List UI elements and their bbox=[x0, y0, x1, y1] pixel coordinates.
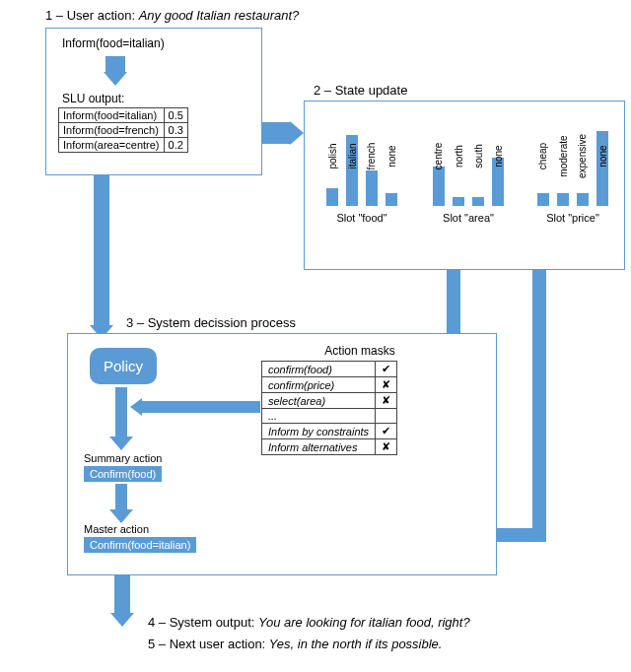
chart-title: Slot "food" bbox=[313, 212, 411, 224]
chart-food: polish italian french none Slot "food" bbox=[313, 117, 411, 224]
arrow-inform-to-slu-head bbox=[104, 72, 127, 86]
master-label: Master action bbox=[84, 523, 149, 535]
step4-label: 4 – System output: You are looking for i… bbox=[148, 615, 470, 630]
bar bbox=[433, 167, 445, 207]
panel-step1: Inform(food=italian) SLU output: Inform(… bbox=[45, 28, 262, 175]
arrow-step1-to-step2 bbox=[262, 122, 290, 144]
arrow-policy-to-summary-head bbox=[109, 437, 133, 450]
chart-area: centre north south none Slot "area" bbox=[421, 117, 516, 224]
panel-step2: polish italian french none Slot "food" c… bbox=[304, 101, 625, 270]
arrow-inform-to-slu bbox=[105, 56, 125, 72]
chart-title: Slot "price" bbox=[524, 212, 622, 224]
slu-title: SLU output: bbox=[62, 92, 124, 105]
step4-utterance: You are looking for italian food, right? bbox=[258, 615, 470, 630]
summary-value: Confirm(food) bbox=[84, 466, 162, 482]
bar bbox=[326, 188, 338, 206]
chart-price: cheap moderate expensive none Slot "pric… bbox=[524, 117, 622, 224]
bar bbox=[492, 158, 504, 207]
step5-num: 5 – Next user action: bbox=[148, 637, 265, 651]
step2-label: 2 – State update bbox=[314, 83, 407, 98]
bar bbox=[537, 193, 549, 207]
bars: centre north south none bbox=[421, 117, 516, 206]
masks-table: confirm(food)✔ confirm(price)✘ select(ar… bbox=[261, 361, 397, 455]
arrow-step3-to-output-head bbox=[110, 613, 134, 627]
bar bbox=[577, 193, 589, 207]
step1-label: 1 – User action: Any good Italian restau… bbox=[45, 8, 299, 23]
bar bbox=[472, 197, 484, 206]
step5-utterance: Yes, in the north if its possible. bbox=[269, 637, 443, 651]
table-row: select(area)✘ bbox=[262, 393, 397, 409]
table-row: Inform(area=centre)0.2 bbox=[59, 138, 188, 153]
table-row: Inform alternatives✘ bbox=[262, 439, 397, 455]
arrow-step3-to-output bbox=[114, 575, 130, 613]
masks-title: Action masks bbox=[261, 344, 458, 358]
bar bbox=[557, 193, 569, 207]
summary-label: Summary action bbox=[84, 452, 162, 464]
step1-num: 1 – User action: bbox=[45, 8, 135, 23]
bar bbox=[453, 197, 464, 206]
table-row: confirm(food)✔ bbox=[262, 362, 397, 377]
arrow-policy-to-summary bbox=[115, 387, 127, 437]
slu-table: Inform(food=italian)0.5 Inform(food=fren… bbox=[58, 107, 188, 153]
masks-block: Action masks confirm(food)✔ confirm(pric… bbox=[261, 344, 458, 455]
bar bbox=[346, 135, 358, 206]
table-row: Inform(food=french)0.3 bbox=[59, 123, 188, 138]
bar bbox=[386, 193, 397, 207]
table-row: confirm(price)✘ bbox=[262, 377, 397, 393]
table-row: Inform(food=italian)0.5 bbox=[59, 108, 188, 123]
bar bbox=[366, 170, 378, 206]
arrow-summary-to-master-head bbox=[109, 509, 133, 523]
panel-step3: Policy Action masks confirm(food)✔ confi… bbox=[67, 333, 497, 575]
table-row: Inform by constraints✔ bbox=[262, 424, 397, 439]
step3-label: 3 – System decission process bbox=[126, 315, 296, 330]
arrow-step1-to-step2-head bbox=[290, 121, 304, 145]
inform-label: Inform(food=italian) bbox=[62, 36, 165, 50]
arrow-summary-to-master bbox=[115, 484, 127, 509]
arrow-masks-to-policy bbox=[142, 401, 260, 413]
table-row: ... bbox=[262, 409, 397, 424]
arrow-step1-to-step3-v bbox=[94, 175, 109, 325]
bar bbox=[596, 131, 608, 207]
step4-num: 4 – System output: bbox=[148, 615, 254, 630]
arrow-step2-to-master-v bbox=[532, 270, 546, 542]
step1-utterance: Any good Italian restaurant? bbox=[139, 8, 300, 23]
chart-title: Slot "area" bbox=[421, 212, 516, 224]
arrow-masks-to-policy-head bbox=[130, 398, 142, 416]
master-value: Confirm(food=italian) bbox=[84, 537, 196, 553]
policy-node: Policy bbox=[90, 348, 157, 384]
step5-label: 5 – Next user action: Yes, in the north … bbox=[148, 637, 442, 651]
bars: polish italian french none bbox=[313, 117, 411, 206]
bars: cheap moderate expensive none bbox=[524, 117, 622, 206]
